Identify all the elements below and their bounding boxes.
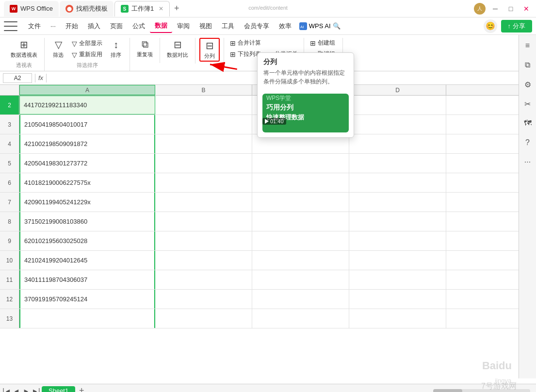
pivot-table-button[interactable]: ⊞ 数据透视表	[8, 38, 40, 60]
cell-c13[interactable]	[252, 309, 349, 328]
cell-d8[interactable]	[349, 212, 446, 231]
cell-a11[interactable]: 340111198704306037	[19, 270, 155, 289]
sidebar-map-btn[interactable]: 🗺	[521, 116, 535, 130]
cell-a4[interactable]: 421002198509091872	[19, 134, 155, 153]
sheet-nav-prev[interactable]: ◄	[12, 386, 21, 392]
sheet-nav-last[interactable]: ►|	[31, 386, 41, 392]
create-group-button[interactable]: ⊞ 创建组	[308, 38, 339, 48]
reapply-button[interactable]: ▽ 重新应用	[70, 49, 104, 60]
horizontal-scrollbar[interactable]	[433, 389, 530, 392]
menu-view[interactable]: 视图	[195, 20, 217, 33]
avatar[interactable]: 人	[474, 3, 486, 15]
cell-d5[interactable]	[349, 154, 446, 173]
menu-start[interactable]: 开始	[61, 20, 83, 33]
wps-ai-btn[interactable]: AI WPS AI	[299, 22, 331, 30]
cell-a5[interactable]: 420504198301273772	[19, 154, 155, 173]
sidebar-gear-btn[interactable]: ⚙	[521, 78, 535, 91]
cell-d10[interactable]	[349, 251, 446, 270]
cell-c8[interactable]	[252, 212, 349, 231]
emoji-button[interactable]: 😊	[484, 19, 497, 33]
cell-c6[interactable]	[252, 173, 349, 192]
menu-tools[interactable]: 工具	[217, 20, 239, 33]
cell-a9[interactable]: 620102195603025028	[19, 231, 155, 250]
tab-wps[interactable]: W WPS Office	[4, 1, 59, 16]
cell-c7[interactable]	[252, 193, 349, 212]
cell-b10[interactable]	[155, 251, 252, 270]
table-row: 10 421024199204012645	[0, 251, 536, 270]
sidebar-settings-btn[interactable]: ≡	[521, 39, 535, 52]
filter-button[interactable]: ▽ 筛选	[49, 38, 68, 60]
cell-b11[interactable]	[155, 270, 252, 289]
cell-d12[interactable]	[349, 290, 446, 309]
menu-insert[interactable]: 插入	[83, 20, 105, 33]
cell-b2[interactable]	[155, 96, 252, 114]
all-display-button[interactable]: ▽ 全部显示	[70, 38, 104, 49]
cell-b5[interactable]	[155, 154, 252, 173]
cell-d13[interactable]	[349, 309, 446, 328]
minimize-button[interactable]: ─	[489, 3, 501, 15]
cell-b12[interactable]	[155, 290, 252, 309]
cell-c10[interactable]	[252, 251, 349, 270]
share-button[interactable]: ↑ 分享	[501, 20, 533, 33]
sidebar-cut-btn[interactable]: ✂	[521, 97, 535, 111]
cell-d9[interactable]	[349, 231, 446, 250]
cell-c9[interactable]	[252, 231, 349, 250]
menu-file[interactable]: 文件	[23, 20, 46, 33]
cell-a12[interactable]: 370919195709245124	[19, 290, 155, 309]
menu-formula[interactable]: 公式	[128, 20, 150, 33]
sort-button[interactable]: ↕ 排序	[106, 38, 126, 60]
menu-review[interactable]: 审阅	[172, 20, 195, 33]
sidebar-copy-btn[interactable]: ⧉	[521, 58, 535, 72]
cell-c11[interactable]	[252, 270, 349, 289]
cell-b13[interactable]	[155, 309, 252, 328]
tab-close-icon[interactable]: ✕	[159, 5, 163, 12]
cell-a6[interactable]: 410182190006227575x	[19, 173, 155, 192]
wps-ai-icon: AI	[299, 22, 307, 30]
cell-a10[interactable]: 421024199204012645	[19, 251, 155, 270]
close-button[interactable]: ✕	[520, 3, 532, 15]
menu-efficiency[interactable]: 效率	[274, 20, 296, 33]
row-number-7: 7	[0, 193, 19, 212]
add-sheet-button[interactable]: +	[76, 386, 87, 392]
split-column-button[interactable]: ⊟ 分列	[199, 38, 220, 62]
cell-d3[interactable]	[349, 115, 446, 134]
cell-a7[interactable]: 420901199405241229x	[19, 193, 155, 212]
cell-b3[interactable]	[155, 115, 252, 134]
cell-a2[interactable]: 441702199211183340	[19, 96, 155, 114]
repeat-button[interactable]: ⧉ 重复项	[134, 38, 156, 59]
menu-page[interactable]: 页面	[105, 20, 128, 33]
cell-b8[interactable]	[155, 212, 252, 231]
sheet-nav-next[interactable]: ►	[21, 386, 31, 392]
sheet-tab-sheet1[interactable]: Sheet1	[42, 386, 75, 392]
maximize-button[interactable]: □	[505, 3, 517, 15]
merge-calc-button[interactable]: ⊞ 合并计算	[228, 38, 263, 48]
cell-a8[interactable]: 371502199008103860	[19, 212, 155, 231]
sheet-nav-first[interactable]: |◄	[2, 386, 12, 392]
cell-d4[interactable]	[349, 134, 446, 153]
sidebar-more-btn[interactable]: ···	[521, 155, 535, 169]
cell-d6[interactable]	[349, 173, 446, 192]
menu-more[interactable]: ···	[46, 20, 61, 32]
menu-member[interactable]: 会员专享	[239, 20, 274, 33]
popup-video[interactable]: WPS学堂 巧用分列 快速整理数据 01:40	[262, 94, 349, 132]
cell-b7[interactable]	[155, 193, 252, 212]
cell-c12[interactable]	[252, 290, 349, 309]
menu-data[interactable]: 数据	[150, 19, 172, 33]
cell-b9[interactable]	[155, 231, 252, 250]
sidebar-help-btn[interactable]: ?	[521, 136, 535, 149]
new-tab-button[interactable]: +	[171, 3, 182, 15]
tab-workbook[interactable]: S 工作簿1 ✕	[114, 1, 170, 16]
cell-c5[interactable]	[252, 154, 349, 173]
cell-a3[interactable]: 210504198504010017	[19, 115, 155, 134]
cell-a13[interactable]	[19, 309, 155, 328]
data-compare-button[interactable]: ⊟ 数据对比	[164, 38, 191, 60]
cell-d11[interactable]	[349, 270, 446, 289]
cell-d7[interactable]	[349, 193, 446, 212]
cell-b6[interactable]	[155, 173, 252, 192]
cell-reference-input[interactable]	[3, 73, 32, 83]
cell-d2[interactable]	[349, 96, 446, 114]
cell-b4[interactable]	[155, 134, 252, 153]
hamburger-menu[interactable]	[4, 21, 17, 31]
tab-zhaoke[interactable]: ⬤ 找稻壳模板	[60, 1, 114, 16]
search-icon[interactable]: 🔍	[333, 22, 341, 30]
